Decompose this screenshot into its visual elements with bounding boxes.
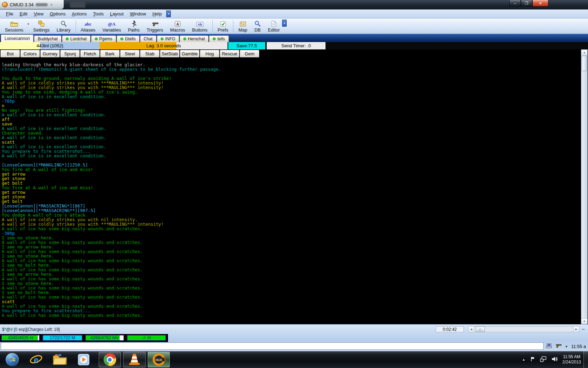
tab-label: Loosecannon bbox=[5, 36, 30, 41]
input-dropdown-icon[interactable]: ▼ bbox=[565, 345, 568, 348]
taskbar-button-chrome[interactable] bbox=[99, 352, 121, 367]
quick-button-colors[interactable]: Colors bbox=[20, 50, 40, 57]
menu-view[interactable]: View bbox=[30, 10, 47, 18]
toolbar-label: Map bbox=[238, 27, 247, 33]
menu-help[interactable]: Help bbox=[149, 10, 165, 18]
session-tab-loosecannon[interactable]: Loosecannon bbox=[1, 34, 34, 42]
window-title-tab: CMUD 3.34 × bbox=[0, 0, 64, 9]
menu-file[interactable]: File bbox=[3, 10, 16, 18]
menu-layout[interactable]: Layout bbox=[107, 10, 127, 18]
quick-button-gem[interactable]: Gem bbox=[240, 50, 259, 57]
session-tab-pgems[interactable]: Pgems bbox=[91, 35, 116, 42]
windows-taskbar: eMUD ▲ 11:55 AM 2/24/2013 bbox=[0, 351, 588, 368]
vertical-scrollbar[interactable]: ▲ ▼ bbox=[581, 49, 588, 324]
toolbar-sessions[interactable]: Sessions bbox=[1, 19, 27, 34]
sessions-dropdown-arrow-icon[interactable]: ▾ bbox=[27, 22, 30, 26]
toolbar-triggers[interactable]: Triggers bbox=[143, 19, 167, 34]
terminal-line: A wall of ice is in excellent condition. bbox=[2, 94, 581, 99]
toolbar-aliases[interactable]: abcAliases bbox=[77, 19, 99, 34]
vital-gauge-2: 1722/1722 M bbox=[42, 335, 83, 341]
trigger-gun-icon[interactable] bbox=[555, 343, 562, 350]
session-tab-tells[interactable]: tells bbox=[209, 35, 229, 42]
taskbar-button-cmud[interactable]: MUD bbox=[148, 352, 170, 367]
quick-button-gamble[interactable]: Gamble bbox=[180, 50, 200, 57]
terminal-line bbox=[2, 158, 581, 163]
menu-window[interactable]: Window bbox=[127, 10, 149, 18]
activity-dot-icon bbox=[161, 38, 163, 40]
terminal-line: You fire at A wall of ice and miss! bbox=[2, 185, 581, 190]
maximize-button[interactable]: ❐ bbox=[521, 0, 532, 7]
session-tab-lordchat[interactable]: Lordchat bbox=[62, 35, 91, 42]
horizontal-scrollbar[interactable]: ◄ ||| ► bbox=[468, 326, 579, 332]
quick-button-steel[interactable]: Steel bbox=[120, 50, 140, 57]
toolbar-label: Variables bbox=[102, 27, 121, 33]
toolbar-variables[interactable]: @AVariables bbox=[99, 19, 124, 34]
menubar-overflow-button[interactable]: ▾ bbox=[166, 11, 171, 17]
quick-button-bark[interactable]: Bark bbox=[100, 50, 120, 57]
network-icon[interactable] bbox=[540, 356, 547, 363]
scroll-right-arrow-icon[interactable]: ► bbox=[573, 327, 579, 332]
vitals-gauge-row: 4345/4525 H1722/1722 M4266/4762 MV-/- H bbox=[0, 334, 168, 342]
quick-button-fletch[interactable]: Fletch bbox=[80, 50, 100, 57]
toolbar-prefs[interactable]: Prefs bbox=[214, 19, 232, 34]
volume-icon[interactable] bbox=[551, 356, 558, 363]
menu-options[interactable]: Options bbox=[47, 10, 69, 18]
minimize-button[interactable]: – bbox=[509, 0, 521, 7]
terminal-line: A wall of ice has some big nasty wounds … bbox=[2, 267, 581, 272]
command-input[interactable] bbox=[1, 342, 544, 350]
toolbar-buttons[interactable]: AbButtons bbox=[189, 19, 211, 34]
horizontal-scrollbar-thumb[interactable]: ||| bbox=[476, 327, 485, 332]
session-tab-info[interactable]: INFO bbox=[157, 35, 179, 42]
toolbar-overflow-button[interactable]: ▾ bbox=[282, 20, 287, 27]
toolbar-editor[interactable]: Editor bbox=[264, 19, 283, 34]
quick-button-hog[interactable]: Hog bbox=[200, 50, 219, 57]
log-printer-icon[interactable] bbox=[546, 343, 552, 350]
taskbar-clock[interactable]: 11:55 AM 2/24/2013 bbox=[562, 354, 581, 365]
action-center-flag-icon[interactable] bbox=[530, 356, 536, 363]
quick-button-bot[interactable]: Bot bbox=[0, 50, 20, 57]
cmud-app-icon bbox=[2, 2, 8, 7]
toolbar-paths[interactable]: Paths bbox=[125, 19, 143, 34]
scroll-up-arrow-icon[interactable]: ▲ bbox=[581, 50, 587, 55]
terminal-line: -76hp bbox=[2, 99, 581, 103]
session-tab-buddychat[interactable]: Buddychat bbox=[34, 35, 62, 42]
horizontal-scrollbar-track[interactable] bbox=[485, 327, 573, 332]
macros-keycap-icon: A bbox=[175, 20, 181, 27]
quick-button-gurney[interactable]: Gurney bbox=[40, 50, 60, 57]
menu-actions[interactable]: Actions bbox=[69, 10, 90, 18]
taskbar-button-vlc[interactable] bbox=[123, 352, 146, 367]
toolbar-separator bbox=[76, 20, 76, 32]
taskbar-button-ie[interactable]: e bbox=[27, 352, 46, 367]
scroll-down-arrow-icon[interactable]: ▼ bbox=[581, 318, 587, 324]
pane-splitter-minus-icon[interactable]: – bbox=[582, 326, 584, 332]
quick-button-stab[interactable]: Stab bbox=[140, 50, 160, 57]
session-tab-chat[interactable]: Chat bbox=[140, 35, 156, 42]
chrome-icon bbox=[104, 353, 116, 366]
tab-label: INFO bbox=[165, 36, 175, 41]
menu-edit[interactable]: Edit bbox=[16, 10, 30, 18]
menu-bar: FileEditViewOptionsActionsToolsLayoutWin… bbox=[0, 9, 588, 19]
taskbar-button-start[interactable] bbox=[3, 352, 22, 367]
show-desktop-button[interactable] bbox=[583, 351, 588, 368]
tab-label: Herochat bbox=[188, 36, 205, 41]
toolbar-map[interactable]: Map bbox=[235, 19, 251, 34]
scroll-left-arrow-icon[interactable]: ◄ bbox=[469, 327, 474, 332]
quick-button-setstab[interactable]: SetStab bbox=[160, 50, 180, 57]
session-tab-herochat[interactable]: Herochat bbox=[180, 35, 209, 42]
show-hidden-icons-arrow-icon[interactable]: ▲ bbox=[522, 358, 525, 361]
session-tab-gtells[interactable]: Gtells bbox=[117, 35, 140, 42]
terminal-line: You fire at A wall of ice and miss! bbox=[2, 167, 581, 172]
quick-button-rescue[interactable]: Rescue bbox=[220, 50, 239, 57]
taskbar-button-wmp[interactable] bbox=[74, 352, 93, 367]
toolbar-db[interactable]: DB bbox=[251, 19, 264, 34]
menu-tools[interactable]: Tools bbox=[90, 10, 107, 18]
close-button[interactable]: ✕ bbox=[532, 0, 548, 7]
taskbar-button-explorer[interactable] bbox=[50, 352, 69, 367]
quick-button-spunj[interactable]: Spunj bbox=[60, 50, 80, 57]
toolbar-separator bbox=[212, 20, 213, 32]
prefs-checkbox-icon bbox=[220, 20, 226, 27]
toolbar-macros[interactable]: AMacros bbox=[167, 19, 189, 34]
toolbar-library[interactable]: Library bbox=[53, 19, 74, 34]
vertical-scrollbar-thumb[interactable] bbox=[582, 56, 587, 71]
toolbar-settings[interactable]: Settings bbox=[30, 19, 53, 34]
